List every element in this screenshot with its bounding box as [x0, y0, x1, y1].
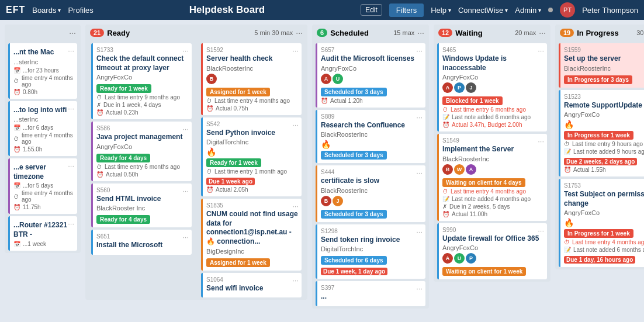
scheduled-more-icon[interactable]: ··· [417, 28, 424, 37]
avatar[interactable]: PT [560, 2, 575, 18]
card-more-icon[interactable]: ··· [68, 161, 74, 170]
header: EFT Boards Profiles Helpdesk Board Edit … [0, 0, 644, 20]
waiting-badge: 12 [438, 29, 452, 37]
avatar: J [466, 82, 476, 93]
card-company: AngryFoxCo [564, 209, 644, 216]
card-company: BlackRoosterInc [321, 187, 422, 194]
card-id: S1559 [564, 47, 644, 53]
avatar-row: A P J [442, 82, 543, 93]
ready-more-icon[interactable]: ··· [296, 28, 303, 37]
card-title: ...e server timezone [13, 163, 74, 181]
waiting-more-icon[interactable]: ··· [539, 28, 546, 37]
table-row[interactable]: ··· S1835 CNUM could not find usage data… [201, 199, 302, 270]
table-row[interactable]: ··· ...to log into wifi ...sterInc 📅 ...… [8, 101, 77, 157]
card-more-icon[interactable]: ··· [68, 104, 74, 113]
card-more-icon[interactable]: ··· [292, 276, 299, 285]
table-row[interactable]: ··· ...Router #12321 BTR - 📅 ...1 week [8, 216, 77, 250]
profiles-link[interactable]: Profiles [68, 6, 93, 15]
table-row[interactable]: ··· S397 ... [316, 281, 425, 306]
table-row[interactable]: ··· S657 Audit the Microsoft licenses An… [316, 43, 425, 108]
card-title: Send HTML invoice [96, 195, 188, 204]
table-row[interactable]: ··· S1523 Remote SupportUpdate SC AngryF… [559, 90, 644, 177]
card-more-icon[interactable]: ··· [538, 226, 544, 235]
card-id: S1592 [206, 47, 298, 53]
card-id: S397 [321, 285, 422, 291]
admin-menu[interactable]: Admin [515, 6, 541, 15]
table-row[interactable]: ··· S1753 Test Subject on permission cha… [559, 179, 644, 267]
card-more-icon[interactable]: ··· [68, 219, 74, 228]
table-row[interactable]: ··· S560 Send HTML invoice BlackRooster … [91, 183, 192, 228]
table-row[interactable]: ··· S990 Update firewall for Office 365 … [437, 223, 547, 280]
card-title: certificate is slow [321, 176, 422, 186]
table-row[interactable]: ··· S651 Install the Microsoft [91, 230, 192, 255]
avatar-row: B W A [442, 164, 543, 175]
card-company: AngryFoxCo [442, 74, 543, 81]
table-row[interactable]: ··· S1549 Implement the Server BlackRoos… [437, 134, 547, 221]
card-status-tag: Scheduled for 3 days [321, 210, 387, 219]
card-status-tag: Ready for 1 week [206, 158, 261, 167]
card-emoji: 🔥 [564, 120, 644, 129]
help-menu[interactable]: Help [431, 6, 451, 15]
card-more-icon[interactable]: ··· [416, 168, 423, 177]
card-info: Due 2 weeks, 2 days ago [564, 156, 644, 165]
card-more-icon[interactable]: ··· [182, 124, 189, 133]
avatar: W [454, 164, 465, 175]
card-company: BlackRoosterInc [321, 131, 422, 138]
card-info: Due 1 week ago [206, 176, 298, 185]
card-more-icon[interactable]: ··· [416, 113, 423, 122]
card-info: ⏱ Last time entry 9 hours ago [564, 141, 644, 147]
table-row[interactable]: ··· S889 Research the Confluence BlackRo… [316, 110, 425, 164]
partial-more-icon[interactable]: ··· [69, 28, 76, 37]
table-row[interactable]: ··· S1064 Send wifi invoice [201, 273, 302, 298]
card-status-tag: Waiting on client for 4 days [442, 178, 525, 187]
card-id: S657 [321, 47, 422, 53]
table-row[interactable]: ··· S465 Windows Update is inaccessable … [437, 43, 547, 131]
avatar-row: A U [321, 74, 422, 84]
table-row[interactable]: ··· ...e server timezone 📅 ...for 5 days… [8, 158, 77, 214]
card-more-icon[interactable]: ··· [292, 46, 299, 55]
avatar: A [442, 82, 453, 93]
avatar: A [442, 253, 453, 264]
card-title: CNUM could not find usage data for conne… [206, 210, 298, 246]
table-row[interactable]: ··· S444 certificate is slow BlackRooste… [316, 165, 425, 222]
table-row[interactable]: ··· S1298 Send token ring invoice Digita… [316, 224, 425, 279]
card-title: Install the Microsoft [96, 241, 188, 250]
card-more-icon[interactable]: ··· [182, 46, 189, 55]
edit-button[interactable]: Edit [361, 4, 382, 16]
table-row[interactable]: ··· S1592 Server health check BlackRoost… [201, 43, 302, 115]
card-more-icon[interactable]: ··· [538, 137, 544, 146]
table-row[interactable]: ··· ...nt the Mac ...sterInc 📅 ...for 23… [8, 43, 77, 99]
card-more-icon[interactable]: ··· [416, 284, 423, 293]
card-more-icon[interactable]: ··· [416, 46, 423, 55]
table-row[interactable]: ··· S1559 Set up the server BlackRooster… [559, 43, 644, 88]
card-info: ⏱ time entry 4 months ago [13, 132, 74, 145]
avatar: P [466, 253, 476, 264]
card-info: ⏰ Actual 1.20h [321, 98, 422, 104]
table-row[interactable]: ··· S586 Java project management AngryFo… [91, 122, 192, 181]
card-more-icon[interactable]: ··· [182, 186, 189, 195]
card-emoji: 🔥 [321, 140, 422, 149]
connectwise-menu[interactable]: ConnectWise [458, 6, 508, 15]
table-row[interactable]: ··· S542 Send Python invoice DigitalTorc… [201, 117, 302, 197]
card-info: 📅 ...for 23 hours [13, 67, 74, 74]
card-more-icon[interactable]: ··· [68, 46, 74, 55]
card-status-tag: Ready for 4 days [96, 215, 150, 224]
card-more-icon[interactable]: ··· [538, 46, 544, 55]
table-row[interactable]: ··· S1733 Check the default connect time… [91, 43, 192, 119]
card-info: ⏱ Last time entry 6 months ago [442, 106, 543, 113]
page-title: Helpdesk Board [101, 4, 354, 16]
card-title: Windows Update is inaccessable [442, 54, 543, 72]
card-info: ⏱ Last time entry 4 months ago [442, 188, 543, 195]
card-more-icon[interactable]: ··· [416, 227, 423, 236]
card-title: Set up the server [564, 54, 644, 64]
card-title: Server health check [206, 54, 298, 64]
avatar: A [321, 74, 331, 84]
boards-menu[interactable]: Boards [32, 6, 61, 15]
card-company: BigDesignInc [206, 248, 298, 255]
card-more-icon[interactable]: ··· [292, 202, 299, 210]
card-more-icon[interactable]: ··· [292, 120, 299, 129]
filters-button[interactable]: Filters [389, 4, 424, 17]
card-more-icon[interactable]: ··· [182, 233, 189, 241]
card-title: Research the Confluence [321, 121, 422, 130]
logo: EFT [6, 5, 25, 15]
